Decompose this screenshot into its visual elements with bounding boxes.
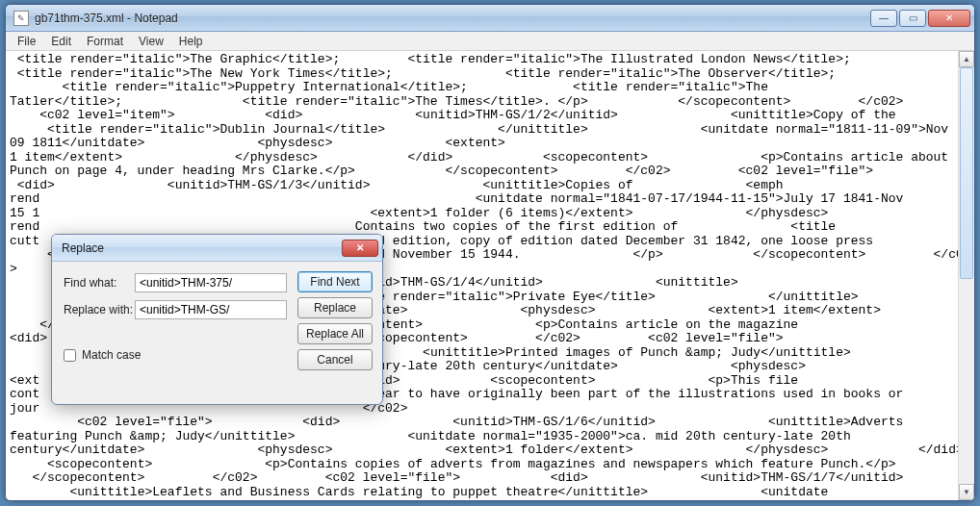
menu-edit[interactable]: Edit xyxy=(43,33,79,50)
scroll-up-button[interactable]: ▲ xyxy=(959,51,974,67)
replace-all-button[interactable]: Replace All xyxy=(297,323,373,344)
replace-with-label: Replace with: xyxy=(64,303,135,316)
maximize-button[interactable]: ▭ xyxy=(899,10,926,27)
dialog-close-button[interactable]: ✕ xyxy=(342,240,378,257)
find-what-label: Find what: xyxy=(64,276,135,290)
dialog-titlebar[interactable]: Replace ✕ xyxy=(52,235,382,262)
titlebar[interactable]: ✎ gb71thm-375.xml - Notepad — ▭ ✕ xyxy=(6,5,974,32)
find-what-input[interactable] xyxy=(135,273,287,292)
menu-view[interactable]: View xyxy=(131,33,171,50)
notepad-window: ✎ gb71thm-375.xml - Notepad — ▭ ✕ File E… xyxy=(5,4,975,501)
vertical-scrollbar[interactable]: ▲ ▼ xyxy=(958,51,974,500)
scroll-down-button[interactable]: ▼ xyxy=(959,484,974,500)
menubar: File Edit Format View Help xyxy=(6,32,974,51)
find-next-button[interactable]: Find Next xyxy=(297,271,373,292)
match-case-checkbox[interactable] xyxy=(64,349,76,362)
scroll-thumb[interactable] xyxy=(960,67,973,279)
replace-dialog: Replace ✕ Find what: Replace with: Match… xyxy=(51,234,383,405)
scroll-track[interactable] xyxy=(959,67,974,484)
replace-button[interactable]: Replace xyxy=(297,297,373,318)
menu-format[interactable]: Format xyxy=(79,33,131,50)
replace-with-input[interactable] xyxy=(135,300,287,319)
window-title: gb71thm-375.xml - Notepad xyxy=(35,12,870,25)
content-area: <title render="italic">The Graphic</titl… xyxy=(6,51,974,500)
menu-help[interactable]: Help xyxy=(171,33,211,50)
window-close-button[interactable]: ✕ xyxy=(928,10,970,27)
dialog-body: Find what: Replace with: Match case Find… xyxy=(52,262,382,404)
menu-file[interactable]: File xyxy=(10,33,43,50)
cancel-button[interactable]: Cancel xyxy=(297,349,373,370)
match-case-label: Match case xyxy=(82,348,141,362)
dialog-title: Replace xyxy=(62,241,342,255)
app-icon: ✎ xyxy=(13,11,29,26)
minimize-button[interactable]: — xyxy=(870,10,897,27)
